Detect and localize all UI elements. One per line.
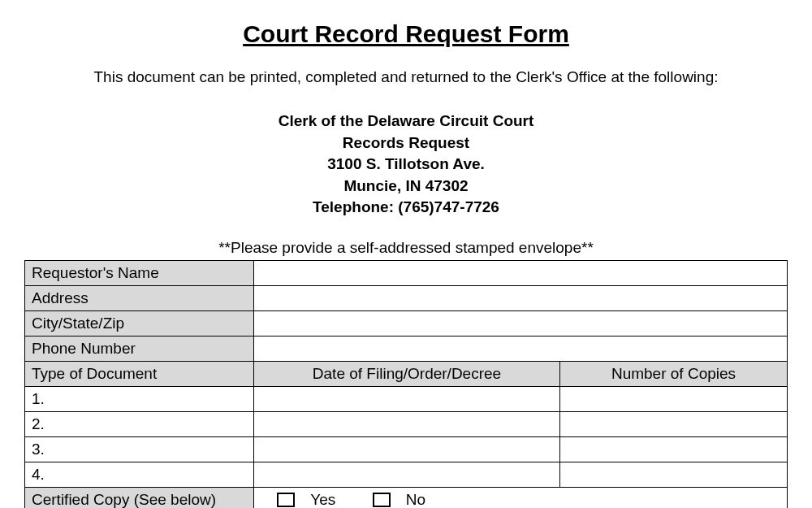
address-line-3: 3100 S. Tillotson Ave. — [24, 154, 788, 176]
field-date-3[interactable] — [254, 436, 560, 462]
doc-num-4: 4. — [25, 462, 254, 487]
field-date-4[interactable] — [254, 462, 560, 487]
label-address: Address — [25, 285, 254, 310]
header-number-of-copies: Number of Copies — [560, 361, 788, 386]
address-line-5: Telephone: (765)747-7726 — [24, 197, 788, 219]
doc-num-2: 2. — [25, 411, 254, 436]
field-address[interactable] — [254, 285, 788, 310]
request-form-table: Requestor's Name Address City/State/Zip … — [24, 260, 788, 508]
page-title: Court Record Request Form — [24, 20, 788, 48]
row-doc-2: 2. — [25, 411, 788, 436]
address-line-4: Muncie, IN 47302 — [24, 176, 788, 198]
field-certified: Yes No — [254, 487, 788, 508]
row-doc-headers: Type of Document Date of Filing/Order/De… — [25, 361, 788, 386]
field-copies-3[interactable] — [560, 436, 788, 462]
address-block: Clerk of the Delaware Circuit Court Reco… — [24, 111, 788, 219]
field-copies-2[interactable] — [560, 411, 788, 436]
field-city-state-zip[interactable] — [254, 310, 788, 336]
label-phone: Phone Number — [25, 336, 254, 361]
doc-num-3: 3. — [25, 436, 254, 462]
label-type-of-document: Type of Document — [25, 361, 254, 386]
row-address: Address — [25, 285, 788, 310]
address-line-1: Clerk of the Delaware Circuit Court — [24, 111, 788, 132]
row-doc-4: 4. — [25, 462, 788, 487]
field-requestor-name[interactable] — [254, 260, 788, 285]
doc-num-1: 1. — [25, 386, 254, 411]
envelope-note: **Please provide a self-addressed stampe… — [24, 239, 788, 257]
header-date-of-filing: Date of Filing/Order/Decree — [254, 361, 560, 386]
address-line-2: Records Request — [24, 132, 788, 154]
label-no: No — [406, 491, 425, 508]
row-phone: Phone Number — [25, 336, 788, 361]
label-city-state-zip: City/State/Zip — [25, 310, 254, 336]
field-date-1[interactable] — [254, 386, 560, 411]
label-certified-copy: Certified Copy (See below) — [25, 487, 254, 508]
row-requestor-name: Requestor's Name — [25, 260, 788, 285]
row-doc-1: 1. — [25, 386, 788, 411]
row-city-state-zip: City/State/Zip — [25, 310, 788, 336]
row-certified: Certified Copy (See below) Yes No — [25, 487, 788, 508]
field-copies-1[interactable] — [560, 386, 788, 411]
checkbox-no[interactable] — [373, 493, 391, 507]
label-yes: Yes — [310, 491, 335, 508]
field-phone[interactable] — [254, 336, 788, 361]
intro-text: This document can be printed, completed … — [24, 68, 788, 86]
field-copies-4[interactable] — [560, 462, 788, 487]
checkbox-yes[interactable] — [277, 493, 295, 507]
label-requestor-name: Requestor's Name — [25, 260, 254, 285]
field-date-2[interactable] — [254, 411, 560, 436]
row-doc-3: 3. — [25, 436, 788, 462]
